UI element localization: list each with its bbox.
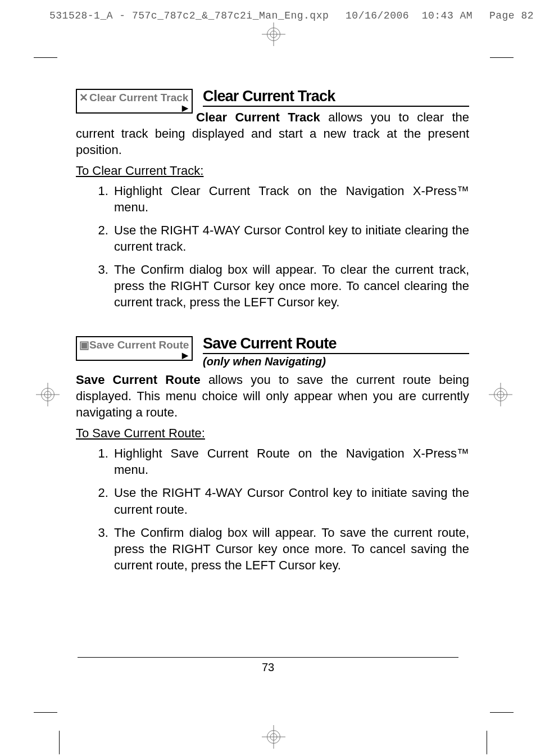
procedure-heading: To Clear Current Track:	[76, 164, 469, 178]
crop-mark	[490, 57, 514, 58]
menu-label: Clear Current Track	[89, 92, 188, 103]
crop-mark	[59, 731, 60, 754]
header-date: 10/16/2006	[346, 10, 409, 21]
list-item: Highlight Save Current Route on the Navi…	[112, 445, 469, 478]
menu-item-save-current-route: ▣Save Current Route ▶	[76, 336, 193, 361]
section-title: Clear Current Track	[203, 88, 469, 107]
section-title: Save Current Route	[203, 335, 469, 354]
crop-mark	[34, 712, 57, 713]
chevron-right-icon: ▶	[182, 351, 188, 360]
page-number: 73	[262, 661, 274, 674]
list-item: The Confirm dialog box will appear. To c…	[112, 261, 469, 310]
header-file: 531528-1_A - 757c_787c2_&_787c2i_Man_Eng…	[49, 10, 329, 21]
section-subtitle: (only when Navigating)	[203, 355, 469, 368]
lead-strong: Clear Current Track	[196, 110, 320, 124]
footer-rule	[78, 657, 458, 658]
x-icon: ✕	[79, 91, 88, 104]
registration-mark-top	[262, 22, 285, 46]
registration-mark-bottom	[262, 725, 285, 749]
header-time: 10:43 AM	[422, 10, 473, 21]
section-lead: Save Current Route allows you to save th…	[76, 372, 469, 420]
list-item: Highlight Clear Current Track on the Nav…	[112, 183, 469, 215]
section-clear-current-track: ✕Clear Current Track ▶ Clear Current Tra…	[76, 88, 469, 158]
crop-mark	[487, 731, 487, 754]
save-icon: ▣	[79, 338, 88, 351]
section-save-current-route: ▣Save Current Route ▶ Save Current Route…	[76, 335, 469, 368]
procedure-steps: Highlight Clear Current Track on the Nav…	[76, 183, 469, 310]
procedure-steps: Highlight Save Current Route on the Navi…	[76, 445, 469, 573]
header-page: Page 82	[489, 10, 534, 21]
chevron-right-icon: ▶	[182, 103, 188, 112]
registration-mark-right	[489, 383, 512, 406]
page-content: ✕Clear Current Track ▶ Clear Current Tra…	[76, 84, 469, 580]
list-item: The Confirm dialog box will appear. To s…	[112, 524, 469, 573]
lead-strong: Save Current Route	[76, 373, 201, 387]
crop-mark	[490, 712, 514, 713]
list-item: Use the RIGHT 4-WAY Cursor Control key t…	[112, 485, 469, 517]
menu-label: Save Current Route	[89, 339, 189, 351]
menu-item-clear-current-track: ✕Clear Current Track ▶	[76, 89, 193, 114]
section-lead: Clear Current Track allows you to clear …	[76, 109, 469, 158]
procedure-heading: To Save Current Route:	[76, 426, 469, 441]
registration-mark-left	[36, 383, 60, 406]
list-item: Use the RIGHT 4-WAY Cursor Control key t…	[112, 222, 469, 255]
print-header: 531528-1_A - 757c_787c2_&_787c2i_Man_Eng…	[49, 10, 534, 21]
crop-mark	[34, 57, 57, 58]
